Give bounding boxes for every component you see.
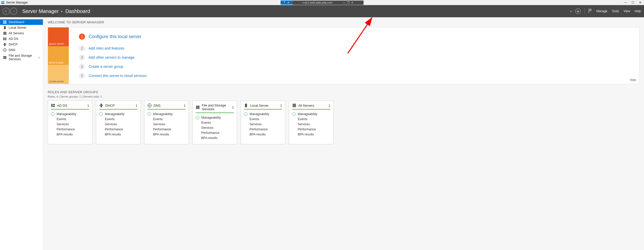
svg-rect-4 (289, 2, 289, 3)
svg-rect-8 (5, 22, 6, 24)
tile-row-events[interactable]: Events (99, 117, 137, 122)
tile-row-performance[interactable]: Performance (147, 127, 186, 132)
tile-row-manageability[interactable]: ↑Manageability (196, 115, 234, 120)
tile-row-bpa[interactable]: BPA results (147, 132, 186, 137)
tab-learn-more[interactable]: LEARN MORE (48, 65, 69, 84)
role-tile[interactable]: All Servers 1 ↑Manageability Events Serv… (289, 101, 334, 144)
menu-help[interactable]: Help (634, 8, 641, 14)
role-tile[interactable]: File and Storage Services 1 ↑Manageabili… (192, 101, 237, 144)
tile-title: Local Server (250, 104, 278, 107)
remote-host-label: v-dc1-web.web.pdq.com — ❐ ✕ (292, 1, 364, 5)
tile-row-services[interactable]: Services (292, 122, 330, 127)
refresh-button[interactable] (575, 8, 581, 14)
svg-rect-3 (288, 2, 288, 3)
hide-link[interactable]: Hide (630, 78, 636, 82)
tile-row-services[interactable]: Services (99, 122, 137, 127)
roles-subtitle: Roles: 4 | Server groups: 1 | Servers to… (48, 95, 639, 98)
role-tile[interactable]: AD DS 1 ↑Manageability Events Services P… (48, 101, 92, 144)
tile-row-manageability[interactable]: ↑Manageability (51, 112, 89, 117)
tile-row-events[interactable]: Events (51, 117, 89, 122)
tile-row-services[interactable]: Services (196, 125, 234, 130)
nav-forward-button[interactable] (10, 8, 17, 15)
nav-back-button[interactable] (3, 8, 10, 15)
sidebar-item-label: Local Server (9, 26, 26, 29)
tile-count: 1 (232, 105, 234, 109)
svg-rect-0 (1, 1, 4, 2)
tile-row-performance[interactable]: Performance (244, 127, 282, 132)
sidebar-item-dhcp[interactable]: DHCP (0, 42, 43, 47)
menu-manage[interactable]: Manage (596, 8, 608, 14)
sidebar-item-adds[interactable]: AD DS (0, 36, 43, 42)
chevron-right-icon: ▷ (38, 56, 40, 59)
tile-row-performance[interactable]: Performance (292, 127, 330, 132)
sidebar-item-local-server[interactable]: Local Server (0, 25, 43, 30)
tile-row-performance[interactable]: Performance (99, 127, 137, 132)
notifications-flag-icon[interactable] (588, 8, 592, 14)
svg-rect-11 (5, 32, 6, 35)
tile-row-performance[interactable]: Performance (51, 127, 89, 132)
svg-rect-34 (293, 104, 294, 107)
tile-row-events[interactable]: Events (147, 117, 186, 122)
tile-status-bar (147, 109, 186, 110)
role-tile[interactable]: DNS 1 ↑Manageability Events Services Per… (144, 101, 189, 144)
svg-rect-30 (196, 106, 200, 107)
tile-row-events[interactable]: Events (292, 117, 330, 122)
tile-status-bar (244, 109, 282, 110)
svg-rect-20 (3, 56, 6, 57)
tile-row-bpa[interactable]: BPA results (244, 132, 282, 137)
tile-row-manageability[interactable]: ↑Manageability (147, 112, 186, 117)
tile-row-manageability[interactable]: ↑Manageability (244, 112, 282, 117)
tile-row-manageability[interactable]: ↑Manageability (292, 112, 330, 117)
step-add-roles[interactable]: 2 Add roles and features (79, 44, 634, 53)
tile-row-services[interactable]: Services (244, 122, 282, 127)
step-create-group[interactable]: 4 Create a server group (79, 62, 634, 71)
tile-row-bpa[interactable]: BPA results (99, 132, 137, 137)
sidebar-item-all-servers[interactable]: All Servers (0, 30, 43, 36)
close-button[interactable]: ✕ (639, 1, 641, 4)
sidebar-item-label: DHCP (9, 43, 18, 46)
separator (584, 9, 585, 14)
tile-row-performance[interactable]: Performance (196, 130, 234, 135)
tile-count: 1 (328, 104, 330, 107)
svg-rect-35 (294, 104, 295, 107)
remote-pin-tab[interactable] (280, 1, 292, 5)
roles-tiles: AD DS 1 ↑Manageability Events Services P… (48, 101, 639, 144)
dropdown-caret-icon[interactable]: ▾ (570, 10, 572, 13)
tile-row-services[interactable]: Services (51, 122, 89, 127)
menu-tools[interactable]: Tools (612, 8, 620, 14)
minimize-button[interactable]: — (624, 1, 627, 4)
svg-rect-33 (245, 104, 247, 107)
menu-view[interactable]: View (623, 8, 631, 14)
tile-row-bpa[interactable]: BPA results (51, 132, 89, 137)
sidebar-item-dns[interactable]: DNS (0, 47, 43, 53)
step-cloud-services[interactable]: 5 Connect this server to cloud services (79, 71, 634, 80)
tile-status-bar (99, 109, 137, 110)
maximize-button[interactable]: ☐ (632, 1, 634, 4)
main-content: WELCOME TO SERVER MANAGER QUICK START WH… (43, 17, 644, 250)
tab-quick-start[interactable]: QUICK START (48, 27, 69, 46)
window-title: Server Manager (6, 1, 28, 4)
sidebar-item-file-storage[interactable]: File and Storage Services ▷ (0, 53, 43, 62)
step-add-servers[interactable]: 3 Add other servers to manage (79, 53, 634, 62)
tile-row-events[interactable]: Events (196, 120, 234, 125)
breadcrumb-root[interactable]: Server Manager (22, 8, 59, 14)
tab-whats-new[interactable]: WHAT'S NEW (48, 46, 69, 65)
role-tile[interactable]: Local Server 1 ↑Manageability Events Ser… (241, 101, 285, 144)
tile-row-manageability[interactable]: ↑Manageability (99, 112, 137, 117)
tile-row-bpa[interactable]: BPA results (196, 135, 234, 140)
tile-count: 1 (136, 104, 137, 107)
tile-row-bpa[interactable]: BPA results (292, 132, 330, 137)
role-tile[interactable]: DHCP 1 ↑Manageability Events Services Pe… (96, 101, 141, 144)
tile-row-events[interactable]: Events (244, 117, 282, 122)
tile-count: 1 (280, 104, 282, 107)
sidebar-item-label: DNS (9, 48, 15, 52)
svg-rect-27 (100, 105, 100, 106)
tile-icon (99, 103, 103, 107)
step-configure-local-server[interactable]: 1 Configure this local server (79, 32, 634, 41)
remote-window-controls[interactable]: — ❐ ✕ (343, 1, 353, 4)
dns-icon (3, 48, 7, 52)
sidebar-item-dashboard[interactable]: Dashboard (0, 19, 43, 25)
svg-rect-21 (3, 57, 6, 58)
tile-row-services[interactable]: Services (147, 122, 186, 127)
roles-title: ROLES AND SERVER GROUPS (48, 90, 639, 94)
